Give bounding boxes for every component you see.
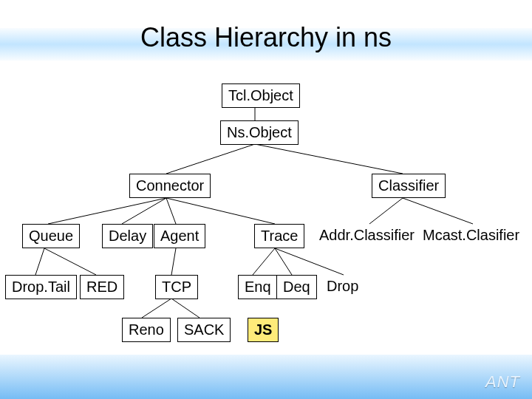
brand-logo: ANT — [485, 372, 520, 392]
svg-line-5 — [166, 198, 176, 224]
label-mcastclasifier: Mcast.Clasifier — [423, 227, 519, 244]
node-deq: Deq — [276, 275, 317, 299]
node-queue: Queue — [22, 224, 80, 248]
svg-line-2 — [255, 144, 403, 174]
svg-line-13 — [275, 248, 292, 275]
node-red: RED — [80, 275, 124, 299]
node-classifier: Classifier — [372, 174, 446, 198]
svg-line-10 — [44, 248, 96, 275]
label-addrclassifier: Addr.Classifier — [319, 227, 415, 244]
node-delay: Delay — [102, 224, 153, 248]
bottom-band — [0, 355, 532, 399]
svg-line-16 — [171, 299, 200, 318]
svg-line-7 — [369, 198, 403, 224]
node-nsobject: Ns.Object — [220, 120, 299, 145]
node-trace: Trace — [254, 224, 304, 248]
label-drop: Drop — [327, 278, 358, 295]
svg-line-4 — [122, 198, 166, 224]
svg-line-8 — [403, 198, 473, 224]
node-tcp: TCP — [155, 275, 198, 299]
svg-line-12 — [253, 248, 275, 275]
node-enq: Enq — [238, 275, 278, 299]
node-connector: Connector — [129, 174, 211, 198]
svg-line-15 — [142, 299, 171, 318]
svg-line-6 — [166, 198, 275, 224]
node-agent: Agent — [154, 224, 205, 248]
node-droptail: Drop.Tail — [5, 275, 77, 299]
node-reno: Reno — [122, 318, 171, 342]
node-tclobject: Tcl.Object — [222, 83, 300, 108]
svg-line-1 — [166, 144, 255, 174]
svg-line-14 — [275, 248, 344, 275]
svg-line-3 — [48, 198, 166, 224]
svg-line-9 — [35, 248, 44, 275]
node-sack: SACK — [177, 318, 231, 342]
svg-line-11 — [171, 248, 176, 275]
node-js: JS — [248, 318, 279, 342]
page-title: Class Hierarchy in ns — [0, 22, 532, 53]
